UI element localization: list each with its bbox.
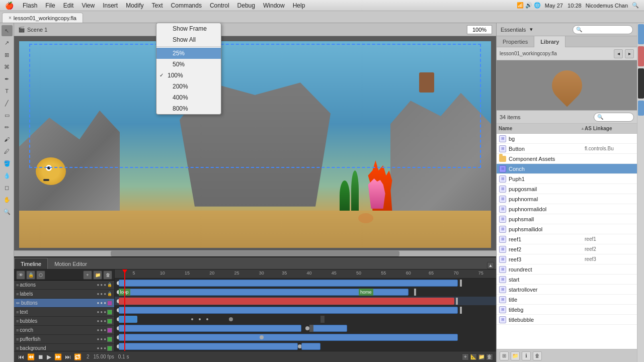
lib-item-pupgosmail[interactable]: ⊞ pupgosmail: [497, 184, 637, 194]
subselect-tool[interactable]: ↗: [2, 37, 13, 48]
layer-text[interactable]: ≡ text ● ● ●: [14, 308, 114, 317]
outline-dot-actions[interactable]: ●: [104, 283, 106, 287]
sort-icon[interactable]: ▲: [581, 126, 585, 131]
lock-dot-bubbles[interactable]: ●: [100, 319, 103, 323]
color-btn-4[interactable]: [638, 101, 644, 116]
tab-motion-editor[interactable]: Motion Editor: [48, 258, 94, 269]
lib-next-btn[interactable]: ▸: [625, 49, 634, 58]
lib-new-symbol-btn[interactable]: ⊞: [500, 351, 509, 360]
outline-dot-bubbles[interactable]: ●: [104, 319, 106, 323]
vis-dot-conch[interactable]: ●: [97, 328, 99, 332]
outline-all-btn[interactable]: ⬡: [36, 270, 45, 280]
layer-background[interactable]: ≡ background ● ● ●: [14, 344, 114, 351]
stage-canvas[interactable]: [14, 36, 496, 250]
pb-last-btn[interactable]: ⏭: [64, 352, 72, 361]
frame-row-buttons[interactable]: [115, 297, 496, 306]
zoom-input[interactable]: [467, 25, 492, 34]
hscroll-thumb[interactable]: [111, 251, 400, 256]
lib-properties-btn[interactable]: ℹ: [522, 351, 531, 360]
pb-first-btn[interactable]: ⏮: [17, 352, 25, 361]
color-btn-1[interactable]: [638, 24, 644, 44]
vis-dot-bubbles[interactable]: ●: [97, 319, 99, 323]
menu-debug[interactable]: Debug: [233, 0, 259, 11]
outline-dot-background[interactable]: ●: [104, 346, 106, 350]
lib-item-reef1[interactable]: ⊞ reef1 reef1: [497, 234, 637, 244]
menu-help[interactable]: Help: [289, 0, 309, 11]
lib-item-titlebubble[interactable]: ⊞ titlebubble: [497, 315, 637, 325]
lock-all-layers-btn[interactable]: 🔒: [26, 270, 35, 280]
menu-flash[interactable]: Flash: [19, 0, 41, 11]
lib-item-button[interactable]: ⊞ Button fl.controls.Bu: [497, 144, 637, 154]
playhead[interactable]: [124, 269, 125, 351]
lib-new-folder-btn[interactable]: 📁: [511, 351, 520, 360]
essentials-dropdown-icon[interactable]: ▾: [530, 26, 533, 33]
text-tool[interactable]: T: [2, 85, 13, 97]
lib-item-puphsmallidol[interactable]: ⊞ puphsmallidol: [497, 224, 637, 234]
lib-prev-btn[interactable]: ◂: [614, 49, 623, 58]
dropdown-item-200[interactable]: 200%: [156, 81, 221, 92]
pencil-tool[interactable]: ✏: [2, 122, 13, 133]
vis-dot-background[interactable]: ●: [97, 346, 99, 350]
outline-dot-conch[interactable]: ●: [104, 328, 106, 332]
lib-item-reef2[interactable]: ⊞ reef2 reef2: [497, 244, 637, 254]
lib-item-puph1[interactable]: ⊞ Puph1: [497, 174, 637, 184]
pb-next-btn[interactable]: ⏩: [53, 352, 63, 361]
dropdown-item-show-all[interactable]: Show All: [156, 34, 221, 45]
eyedropper-tool[interactable]: 💧: [2, 170, 13, 181]
vis-dot-labels[interactable]: ●: [97, 292, 99, 296]
delete-layer-btn[interactable]: 🗑: [103, 270, 112, 280]
dropdown-item-show-frame[interactable]: Show Frame: [156, 23, 221, 34]
show-all-layers-btn[interactable]: 👁: [16, 270, 25, 280]
frame-row-pufferfish[interactable]: [115, 333, 496, 342]
hand-tool[interactable]: ✋: [2, 194, 13, 205]
dropdown-item-25[interactable]: 25%: [156, 48, 221, 59]
dropdown-item-50[interactable]: 50%: [156, 59, 221, 70]
frame-row-actions[interactable]: [115, 279, 496, 288]
vis-dot-actions[interactable]: ●: [97, 283, 99, 287]
timeline-collapse-btn[interactable]: ▲: [487, 262, 494, 269]
add-guide-btn[interactable]: 📐: [470, 353, 477, 360]
vis-dot-text[interactable]: ●: [97, 310, 99, 314]
lib-item-puphsmall[interactable]: ⊞ puphsmall: [497, 214, 637, 224]
delete-layer-bottom-btn[interactable]: 🗑: [486, 353, 493, 360]
frame-row-conch[interactable]: [115, 324, 496, 333]
lib-item-start[interactable]: ⊞ start: [497, 275, 637, 285]
tab-close[interactable]: ×: [9, 13, 12, 23]
outline-dot-buttons[interactable]: ●: [104, 301, 106, 305]
document-tab[interactable]: × lesson01_workingcopy.fla: [2, 13, 83, 23]
lock-dot-pufferfish[interactable]: ●: [100, 337, 103, 341]
lock-dot-conch[interactable]: ●: [100, 328, 103, 332]
layer-actions[interactable]: ≡ actions ● ● ● 🔒: [14, 281, 114, 290]
layer-conch[interactable]: ≡ conch ● ● ●: [14, 326, 114, 335]
rect-tool[interactable]: ▭: [2, 110, 13, 121]
lock-dot-actions[interactable]: ●: [100, 283, 103, 287]
color-btn-2[interactable]: [638, 46, 644, 66]
pb-prev-btn[interactable]: ⏪: [26, 352, 36, 361]
layer-bubbles[interactable]: ≡ bubbles ● ● ●: [14, 317, 114, 326]
paint-bucket-tool[interactable]: 🪣: [2, 158, 13, 169]
dropdown-item-400[interactable]: 400%: [156, 92, 221, 103]
menu-insert[interactable]: Insert: [99, 0, 122, 11]
pb-loop-btn[interactable]: 🔁: [73, 352, 83, 361]
essentials-search[interactable]: [573, 25, 633, 34]
stage-hscrollbar[interactable]: [14, 250, 496, 256]
frame-row-labels[interactable]: loop home: [115, 288, 496, 297]
ink-bottle-tool[interactable]: 🖊: [2, 146, 13, 157]
add-folder-bottom-btn[interactable]: 📁: [478, 353, 485, 360]
lib-item-puphnormalidol[interactable]: ⊞ puphnormalidol: [497, 204, 637, 214]
lib-delete-btn[interactable]: 🗑: [533, 351, 542, 360]
layer-buttons[interactable]: ✏ buttons ● ● ●: [14, 299, 114, 308]
lock-dot-text[interactable]: ●: [100, 310, 103, 314]
library-list[interactable]: ⊞ bg ⊞ Button fl.controls.Bu Component A…: [497, 134, 637, 349]
menu-text[interactable]: Text: [148, 0, 167, 11]
lib-item-roundrect[interactable]: ⊞ roundrect: [497, 264, 637, 275]
tab-properties[interactable]: Properties: [497, 36, 534, 47]
lib-search-input[interactable]: [594, 113, 634, 122]
brush-tool[interactable]: 🖌: [2, 134, 13, 145]
eraser-tool[interactable]: ◻: [2, 182, 13, 193]
lib-item-startrollover[interactable]: ⊞ startrollover: [497, 285, 637, 295]
menu-view[interactable]: View: [77, 0, 99, 11]
dropdown-item-100[interactable]: ✓ 100%: [156, 70, 221, 81]
menu-edit[interactable]: Edit: [59, 0, 78, 11]
lib-item-titlebg[interactable]: ⊞ titlebg: [497, 305, 637, 315]
